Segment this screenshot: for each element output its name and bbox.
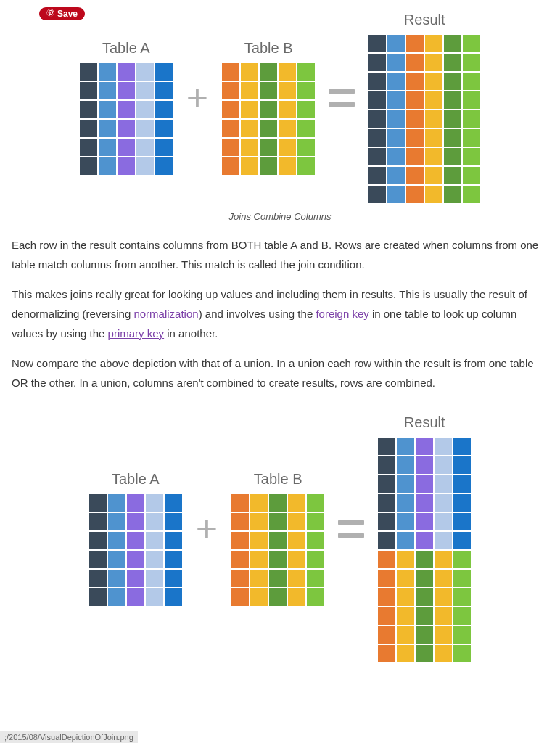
- table-cell: [99, 139, 116, 156]
- table-cell: [146, 513, 163, 530]
- table-cell: [444, 129, 461, 147]
- table-cell: [231, 532, 249, 549]
- save-button[interactable]: Save: [39, 7, 85, 20]
- pinterest-icon: [46, 9, 54, 19]
- table-cell: [397, 626, 414, 644]
- table-cell: [416, 456, 433, 474]
- table-cell: [463, 129, 480, 147]
- save-label: Save: [57, 9, 78, 19]
- table-cell: [444, 148, 461, 165]
- table-row: [231, 493, 325, 512]
- table-cell: [435, 475, 452, 493]
- table-cell: [378, 607, 395, 625]
- table-cell: [118, 82, 135, 99]
- table-cell: [307, 551, 324, 568]
- table-cell: [80, 101, 97, 118]
- table-cell: [241, 63, 258, 81]
- table-cell: [269, 513, 287, 530]
- table-row: [79, 81, 173, 100]
- table-cell: [127, 588, 144, 606]
- table-cell: [241, 139, 258, 156]
- table-cell: [387, 148, 405, 165]
- table-row: [221, 157, 316, 176]
- table-cell: [269, 570, 287, 587]
- table-row: [88, 550, 183, 569]
- table-cell: [250, 588, 268, 606]
- table-cell: [250, 494, 268, 512]
- table-cell: [444, 186, 461, 203]
- paragraph-2: This makes joins really great for lookin…: [12, 284, 548, 343]
- table-cell: [108, 513, 125, 530]
- table-cell: [378, 494, 395, 512]
- table-cell: [307, 494, 324, 512]
- text: ) and involves using the: [199, 308, 316, 320]
- table-row: [368, 53, 481, 72]
- table-row: [377, 456, 472, 475]
- table-cell: [463, 167, 480, 184]
- table-cell: [378, 551, 395, 568]
- table-cell: [288, 588, 305, 606]
- table-row: [377, 644, 472, 663]
- link-normalization[interactable]: normalization: [133, 308, 198, 320]
- table-cell: [297, 63, 315, 81]
- table-a-col: Table A: [88, 471, 183, 607]
- table-cell: [435, 570, 452, 587]
- table-cell: [269, 532, 287, 549]
- link-primary-key[interactable]: primary key: [108, 327, 165, 340]
- table-row: [377, 607, 472, 625]
- result-col: Result: [368, 12, 481, 204]
- table-b-title: Table B: [244, 40, 293, 57]
- table-cell: [99, 63, 116, 81]
- table-row: [377, 569, 472, 588]
- table-cell: [416, 645, 433, 662]
- table-row: [377, 531, 472, 550]
- table-cell: [165, 513, 182, 530]
- equals-icon: [338, 520, 364, 559]
- table-row: [79, 138, 173, 157]
- table-cell: [231, 494, 249, 512]
- table-cell: [425, 35, 442, 52]
- table-cell: [80, 157, 97, 175]
- table-cell: [222, 101, 239, 118]
- table-cell: [453, 532, 471, 549]
- table-cell: [118, 139, 135, 156]
- link-foreign-key[interactable]: foreign key: [316, 308, 368, 320]
- table-cell: [108, 588, 125, 606]
- table-row: [79, 157, 173, 176]
- table-cell: [387, 54, 405, 71]
- table-cell: [127, 494, 144, 512]
- table-cell: [444, 35, 461, 52]
- table-cell: [453, 588, 471, 606]
- table-cell: [444, 167, 461, 184]
- table-cell: [118, 120, 135, 137]
- table-row: [221, 81, 316, 100]
- plus-icon: +: [196, 510, 218, 568]
- table-cell: [397, 645, 414, 662]
- table-row: [368, 34, 481, 53]
- table-cell: [406, 129, 424, 147]
- table-cell: [288, 513, 305, 530]
- table-row: [368, 147, 481, 166]
- table-cell: [387, 186, 405, 203]
- table-cell: [260, 139, 277, 156]
- table-cell: [99, 101, 116, 118]
- table-cell: [368, 148, 386, 165]
- table-b-grid: [231, 493, 325, 607]
- table-cell: [222, 157, 239, 175]
- table-cell: [307, 588, 324, 606]
- table-cell: [155, 101, 173, 118]
- table-cell: [406, 73, 424, 90]
- table-cell: [378, 588, 395, 606]
- table-cell: [368, 167, 386, 184]
- table-cell: [307, 570, 324, 587]
- table-cell: [387, 129, 405, 147]
- table-b-col: Table B: [231, 471, 325, 607]
- table-cell: [453, 456, 471, 474]
- table-cell: [99, 120, 116, 137]
- union-diagram: Table A + Table B Result: [32, 414, 528, 663]
- table-cell: [453, 551, 471, 568]
- table-cell: [425, 73, 442, 90]
- table-cell: [425, 91, 442, 109]
- table-cell: [260, 101, 277, 118]
- table-row: [377, 588, 472, 607]
